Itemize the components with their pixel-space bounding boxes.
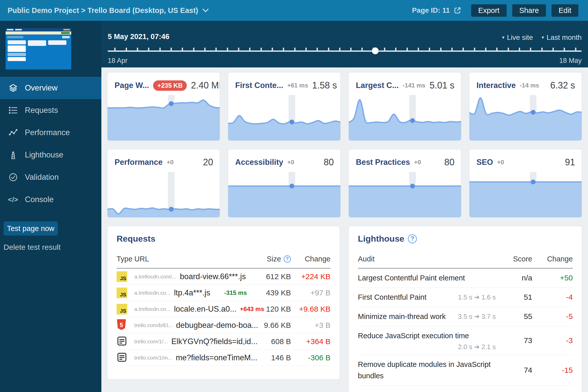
metric-title: Accessibility xyxy=(235,158,283,167)
sidebar-item-lighthouse[interactable]: Lighthouse xyxy=(0,144,101,166)
request-row[interactable]: JS a.trellocdn.co... ltp.4a***.js -315 m… xyxy=(117,285,330,301)
metric-cards-row-2: Performance +0 20 Accessibility +0 80 Be… xyxy=(107,149,588,218)
topbar-actions: Page ID: 11 Export Share Edit xyxy=(412,4,578,17)
sidebar: Overview Requests Performance xyxy=(0,21,101,392)
audit-timing: 2.0 s ➔ 2.1 s xyxy=(358,343,499,351)
sidebar-item-overview[interactable]: Overview xyxy=(0,77,101,99)
change-badge: +235 KB xyxy=(153,80,187,91)
lighthouse-row[interactable]: Largest Contentful Paint element n/a +50 xyxy=(358,269,573,288)
lighthouse-row[interactable]: First Contentful Paint 1.5 s ➔ 1.6 s 51 … xyxy=(358,288,573,307)
list-icon xyxy=(8,106,18,115)
request-row[interactable]: JS a.trellocdn.com/... board-view.66***.… xyxy=(117,269,330,285)
metric-sparkline xyxy=(228,172,341,218)
breadcrumb[interactable]: Public Demo Project > Trello Board (Desk… xyxy=(8,6,209,15)
metric-value: 91 xyxy=(565,157,575,168)
check-circle-icon xyxy=(8,173,18,182)
timeline-slider xyxy=(108,47,582,54)
audit-score: 55 xyxy=(499,312,532,321)
live-site-dropdown[interactable]: ▾ Live site xyxy=(502,33,533,42)
date-range-label: Last month xyxy=(546,33,582,42)
date-range-dropdown[interactable]: ▾ Last month xyxy=(542,33,582,42)
lighthouse-row[interactable]: Reduce JavaScript execution time 2.0 s ➔… xyxy=(358,326,573,355)
sidebar-item-label: Performance xyxy=(25,128,70,137)
selected-date-label: 5 May 2021, 07:46 xyxy=(108,32,169,41)
metric-card-performance-score: Performance +0 20 xyxy=(107,149,220,218)
metric-cards-row-1: Page W... +235 KB 2.40 MB First Conte...… xyxy=(107,72,588,141)
thumbnail-notice-bar xyxy=(6,31,71,34)
metric-value: 1.58 s xyxy=(312,80,337,91)
edit-button[interactable]: Edit xyxy=(552,4,578,17)
metric-card-largest-contentful-paint: Largest C... -141 ms 5.01 s xyxy=(348,72,462,141)
request-size: 146 B xyxy=(253,353,291,362)
request-row[interactable]: JS a.trellocdn.co... locale.en-US.a0... … xyxy=(117,301,330,317)
lighthouse-help-icon[interactable]: ? xyxy=(408,234,417,243)
request-row[interactable]: trello.com/1/... ElkYGVnQ?fields=id,id..… xyxy=(117,333,330,350)
audit-change: -15 xyxy=(532,366,573,375)
request-row[interactable]: trello.com/1/m... me?fields=oneTimeM... … xyxy=(117,350,330,366)
metric-card-best-practices-score: Best Practices +0 80 xyxy=(348,149,462,218)
metric-value: 5.01 s xyxy=(430,80,454,91)
page-id-label: Page ID: 11 xyxy=(412,6,450,14)
lighthouse-row[interactable]: Avoid serving legacy JavaScript to moder… xyxy=(358,386,573,392)
sidebar-item-label: Validation xyxy=(25,173,59,182)
page-thumbnail xyxy=(6,28,71,69)
share-button[interactable]: Share xyxy=(512,4,546,17)
thumbnail-browser-bar xyxy=(6,28,71,31)
code-icon: </> xyxy=(8,196,18,204)
metric-title: Performance xyxy=(115,158,163,167)
sidebar-item-requests[interactable]: Requests xyxy=(0,99,101,121)
metric-card-interactive: Interactive -14 ms 6.32 s xyxy=(469,72,582,141)
sidebar-item-label: Overview xyxy=(25,83,58,93)
col-change: Change xyxy=(532,255,573,263)
breadcrumb-label: Public Demo Project > Trello Board (Desk… xyxy=(8,6,198,15)
sidebar-item-label: Console xyxy=(25,195,54,204)
request-timing: -315 ms xyxy=(224,289,253,296)
col-size: Size xyxy=(267,255,281,263)
metric-change: +0 xyxy=(497,159,504,166)
timeline-header: 5 May 2021, 07:46 ▾ Live site ▾ Last mon… xyxy=(101,21,588,67)
request-size: 120 KB xyxy=(253,305,291,313)
sidebar-item-console[interactable]: </> Console xyxy=(0,188,101,211)
test-page-now-button[interactable]: Test page now xyxy=(4,221,58,236)
delete-test-result-link[interactable]: Delete test result xyxy=(4,243,61,252)
metric-card-first-contentful-paint: First Conte... +61 ms 1.58 s xyxy=(228,72,341,141)
thumbnail-list xyxy=(8,40,26,44)
metric-value: 2.40 MB xyxy=(191,80,220,91)
request-change: +364 B xyxy=(291,337,330,346)
request-size: 612 KB xyxy=(253,272,291,281)
metric-title: Largest C... xyxy=(356,81,399,90)
col-change: Change xyxy=(291,255,330,263)
size-help-icon[interactable]: ? xyxy=(284,255,291,263)
metric-title: First Conte... xyxy=(235,81,283,90)
external-link-icon[interactable] xyxy=(453,6,462,14)
js-file-icon: JS xyxy=(117,304,127,314)
sidebar-item-performance[interactable]: Performance xyxy=(0,121,101,144)
lighthouse-row[interactable]: Remove duplicate modules in JavaScript b… xyxy=(358,355,573,386)
requests-table-header: Type URL Size ? Change xyxy=(117,250,330,269)
metric-value: 20 xyxy=(203,157,213,168)
lighthouse-row[interactable]: Minimize main-thread work 3.5 s ➔ 3.7 s … xyxy=(358,307,573,326)
range-start-label: 18 Apr xyxy=(108,57,127,65)
lighthouse-panel-title: Lighthouse xyxy=(358,234,404,244)
metric-change: +0 xyxy=(167,159,174,166)
metric-sparkline xyxy=(107,95,220,141)
request-row[interactable]: 5 trello.com/b/El... debugbear-demo-boa.… xyxy=(117,317,330,333)
lighthouse-panel: Lighthouse ? Audit Score Change Largest … xyxy=(348,226,582,392)
chevron-down-icon xyxy=(202,8,209,13)
timeline-handle[interactable] xyxy=(372,47,379,54)
audit-score: n/a xyxy=(499,274,532,282)
metric-change: -14 ms xyxy=(520,82,539,89)
metric-change: +61 ms xyxy=(287,82,308,89)
html-file-icon: 5 xyxy=(117,319,134,331)
document-file-icon xyxy=(117,352,134,364)
export-button[interactable]: Export xyxy=(471,4,507,17)
audit-change: -3 xyxy=(532,336,573,345)
thumbnail-list xyxy=(28,40,46,46)
range-end-label: 18 May xyxy=(559,57,582,65)
sidebar-item-validation[interactable]: Validation xyxy=(0,166,101,188)
col-url: URL xyxy=(134,255,253,263)
request-size: 439 KB xyxy=(253,289,291,297)
top-bar: Public Demo Project > Trello Board (Desk… xyxy=(0,0,588,21)
timeline-track[interactable] xyxy=(108,50,582,52)
metric-change: +0 xyxy=(414,159,421,166)
